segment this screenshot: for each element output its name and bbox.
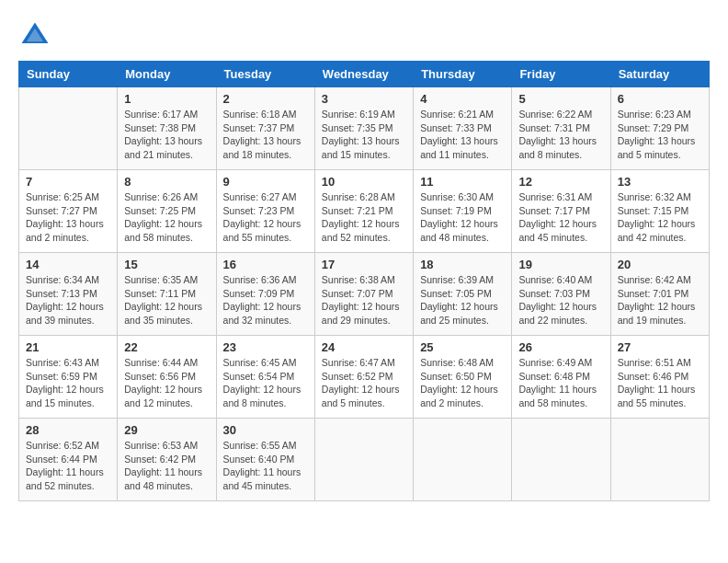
day-number: 26	[518, 340, 603, 354]
day-number: 14	[26, 258, 110, 271]
day-number: 27	[618, 340, 702, 354]
day-cell	[314, 419, 413, 501]
week-row-3: 14Sunrise: 6:34 AM Sunset: 7:13 PM Dayli…	[19, 253, 710, 336]
day-number: 6	[618, 92, 702, 106]
day-cell: 27Sunrise: 6:51 AM Sunset: 6:46 PM Dayli…	[610, 336, 709, 419]
header-cell-thursday: Thursday	[414, 62, 512, 87]
day-info: Sunrise: 6:22 AM Sunset: 7:31 PM Dayligh…	[518, 108, 603, 162]
day-cell: 4Sunrise: 6:21 AM Sunset: 7:33 PM Daylig…	[414, 87, 512, 170]
day-info: Sunrise: 6:38 AM Sunset: 7:07 PM Dayligh…	[322, 273, 406, 327]
week-row-2: 7Sunrise: 6:25 AM Sunset: 7:27 PM Daylig…	[19, 170, 710, 253]
day-number: 3	[322, 92, 406, 106]
day-cell: 26Sunrise: 6:49 AM Sunset: 6:48 PM Dayli…	[512, 336, 610, 419]
day-cell: 23Sunrise: 6:45 AM Sunset: 6:54 PM Dayli…	[216, 336, 314, 419]
day-number: 28	[26, 423, 110, 437]
day-cell: 7Sunrise: 6:25 AM Sunset: 7:27 PM Daylig…	[19, 170, 118, 253]
day-number: 25	[420, 340, 505, 354]
day-number: 4	[420, 92, 505, 106]
day-cell: 6Sunrise: 6:23 AM Sunset: 7:29 PM Daylig…	[610, 87, 709, 170]
day-cell: 29Sunrise: 6:53 AM Sunset: 6:42 PM Dayli…	[118, 419, 216, 501]
day-number: 22	[124, 340, 209, 354]
day-number: 13	[618, 175, 702, 189]
day-info: Sunrise: 6:34 AM Sunset: 7:13 PM Dayligh…	[26, 273, 110, 327]
header-cell-friday: Friday	[512, 62, 610, 87]
day-number: 24	[322, 340, 406, 354]
day-number: 23	[223, 340, 308, 354]
day-cell: 15Sunrise: 6:35 AM Sunset: 7:11 PM Dayli…	[118, 253, 216, 336]
day-number: 30	[223, 423, 308, 437]
day-number: 11	[420, 175, 505, 189]
day-cell: 1Sunrise: 6:17 AM Sunset: 7:38 PM Daylig…	[118, 87, 216, 170]
logo	[18, 18, 55, 52]
week-row-1: 1Sunrise: 6:17 AM Sunset: 7:38 PM Daylig…	[19, 87, 710, 170]
day-cell: 19Sunrise: 6:40 AM Sunset: 7:03 PM Dayli…	[512, 253, 610, 336]
day-cell: 16Sunrise: 6:36 AM Sunset: 7:09 PM Dayli…	[216, 253, 314, 336]
logo-icon	[18, 18, 51, 52]
day-info: Sunrise: 6:32 AM Sunset: 7:15 PM Dayligh…	[618, 190, 702, 245]
day-info: Sunrise: 6:47 AM Sunset: 6:52 PM Dayligh…	[322, 356, 406, 410]
day-info: Sunrise: 6:28 AM Sunset: 7:21 PM Dayligh…	[322, 190, 406, 245]
day-cell: 20Sunrise: 6:42 AM Sunset: 7:01 PM Dayli…	[610, 253, 709, 336]
header-cell-sunday: Sunday	[19, 62, 118, 87]
day-cell: 3Sunrise: 6:19 AM Sunset: 7:35 PM Daylig…	[314, 87, 413, 170]
day-cell: 11Sunrise: 6:30 AM Sunset: 7:19 PM Dayli…	[414, 170, 512, 253]
day-info: Sunrise: 6:36 AM Sunset: 7:09 PM Dayligh…	[223, 273, 308, 327]
day-cell: 8Sunrise: 6:26 AM Sunset: 7:25 PM Daylig…	[118, 170, 216, 253]
day-number: 16	[223, 258, 308, 271]
day-number: 18	[420, 258, 505, 271]
day-cell: 24Sunrise: 6:47 AM Sunset: 6:52 PM Dayli…	[314, 336, 413, 419]
day-number: 15	[124, 258, 209, 271]
day-cell	[19, 87, 118, 170]
day-info: Sunrise: 6:42 AM Sunset: 7:01 PM Dayligh…	[618, 273, 702, 327]
day-number: 10	[322, 175, 406, 189]
week-row-5: 28Sunrise: 6:52 AM Sunset: 6:44 PM Dayli…	[19, 419, 710, 501]
day-cell: 5Sunrise: 6:22 AM Sunset: 7:31 PM Daylig…	[512, 87, 610, 170]
day-info: Sunrise: 6:23 AM Sunset: 7:29 PM Dayligh…	[618, 108, 702, 162]
day-info: Sunrise: 6:45 AM Sunset: 6:54 PM Dayligh…	[223, 356, 308, 410]
day-number: 12	[518, 175, 603, 189]
day-number: 8	[124, 175, 209, 189]
day-info: Sunrise: 6:17 AM Sunset: 7:38 PM Dayligh…	[124, 108, 209, 162]
day-info: Sunrise: 6:44 AM Sunset: 6:56 PM Dayligh…	[124, 356, 209, 410]
day-info: Sunrise: 6:35 AM Sunset: 7:11 PM Dayligh…	[124, 273, 209, 327]
day-info: Sunrise: 6:19 AM Sunset: 7:35 PM Dayligh…	[322, 108, 406, 162]
day-cell: 12Sunrise: 6:31 AM Sunset: 7:17 PM Dayli…	[512, 170, 610, 253]
day-cell: 14Sunrise: 6:34 AM Sunset: 7:13 PM Dayli…	[19, 253, 118, 336]
header-cell-monday: Monday	[118, 62, 216, 87]
day-number: 17	[322, 258, 406, 271]
day-info: Sunrise: 6:52 AM Sunset: 6:44 PM Dayligh…	[26, 439, 110, 493]
page-header	[18, 18, 710, 52]
day-cell	[512, 419, 610, 501]
day-cell: 30Sunrise: 6:55 AM Sunset: 6:40 PM Dayli…	[216, 419, 314, 501]
day-number: 5	[518, 92, 603, 106]
day-cell: 21Sunrise: 6:43 AM Sunset: 6:59 PM Dayli…	[19, 336, 118, 419]
day-info: Sunrise: 6:25 AM Sunset: 7:27 PM Dayligh…	[26, 190, 110, 245]
day-number: 9	[223, 175, 308, 189]
day-cell: 18Sunrise: 6:39 AM Sunset: 7:05 PM Dayli…	[414, 253, 512, 336]
day-number: 2	[223, 92, 308, 106]
day-info: Sunrise: 6:40 AM Sunset: 7:03 PM Dayligh…	[518, 273, 603, 327]
week-row-4: 21Sunrise: 6:43 AM Sunset: 6:59 PM Dayli…	[19, 336, 710, 419]
day-info: Sunrise: 6:53 AM Sunset: 6:42 PM Dayligh…	[124, 439, 209, 493]
day-cell: 2Sunrise: 6:18 AM Sunset: 7:37 PM Daylig…	[216, 87, 314, 170]
day-info: Sunrise: 6:30 AM Sunset: 7:19 PM Dayligh…	[420, 190, 505, 245]
day-number: 20	[618, 258, 702, 271]
day-number: 19	[518, 258, 603, 271]
calendar-table: SundayMondayTuesdayWednesdayThursdayFrid…	[18, 61, 710, 501]
day-info: Sunrise: 6:18 AM Sunset: 7:37 PM Dayligh…	[223, 108, 308, 162]
day-info: Sunrise: 6:55 AM Sunset: 6:40 PM Dayligh…	[223, 439, 308, 493]
day-number: 7	[26, 175, 110, 189]
day-info: Sunrise: 6:49 AM Sunset: 6:48 PM Dayligh…	[518, 356, 603, 410]
header-row: SundayMondayTuesdayWednesdayThursdayFrid…	[19, 62, 710, 87]
day-info: Sunrise: 6:26 AM Sunset: 7:25 PM Dayligh…	[124, 190, 209, 245]
day-cell	[610, 419, 709, 501]
header-cell-saturday: Saturday	[610, 62, 709, 87]
day-info: Sunrise: 6:51 AM Sunset: 6:46 PM Dayligh…	[618, 356, 702, 410]
day-info: Sunrise: 6:21 AM Sunset: 7:33 PM Dayligh…	[420, 108, 505, 162]
day-cell: 17Sunrise: 6:38 AM Sunset: 7:07 PM Dayli…	[314, 253, 413, 336]
day-cell: 25Sunrise: 6:48 AM Sunset: 6:50 PM Dayli…	[414, 336, 512, 419]
day-number: 1	[124, 92, 209, 106]
day-info: Sunrise: 6:48 AM Sunset: 6:50 PM Dayligh…	[420, 356, 505, 410]
day-number: 29	[124, 423, 209, 437]
day-info: Sunrise: 6:31 AM Sunset: 7:17 PM Dayligh…	[518, 190, 603, 245]
